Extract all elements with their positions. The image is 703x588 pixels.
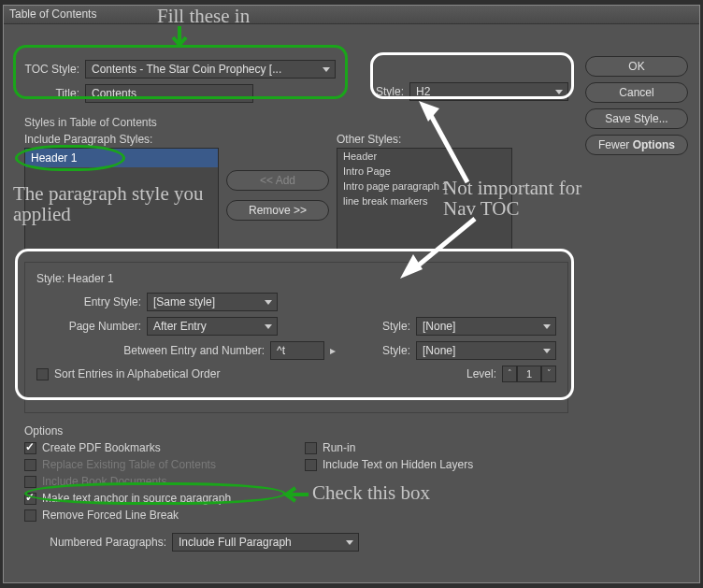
styles-area: Styles in Table of Contents Include Para… <box>24 116 550 251</box>
options-heading: Options <box>24 424 568 437</box>
include-book-label: Include Book Documents <box>42 475 166 488</box>
run-in-label: Run-in <box>323 441 355 454</box>
flyout-icon[interactable]: ▸ <box>330 344 336 357</box>
include-book-checkbox <box>24 476 36 488</box>
level-stepper[interactable]: ˄ 1 ˅ <box>502 366 556 382</box>
window-title: Table of Contents <box>9 7 96 21</box>
list-item[interactable]: Header <box>337 149 511 164</box>
ok-button[interactable]: OK <box>585 56 688 77</box>
toc-dialog: Table of Contents OK Cancel Save Style..… <box>3 5 700 583</box>
entry-style-dropdown[interactable]: [Same style] <box>147 293 278 311</box>
list-item[interactable]: Header 1 <box>25 149 218 167</box>
window-titlebar: Table of Contents <box>4 6 699 24</box>
numbered-para-dropdown[interactable]: Include Full Paragraph <box>172 533 359 552</box>
page-number-dropdown[interactable]: After Entry <box>147 317 278 336</box>
toc-style-section: TOC Style: Contents - The Star Coin Prop… <box>24 60 352 108</box>
sort-checkbox[interactable] <box>36 368 49 380</box>
level-value: 1 <box>517 366 541 382</box>
other-styles-label: Other Styles: <box>337 133 512 146</box>
add-button[interactable]: << Add <box>226 170 329 191</box>
between-input[interactable] <box>270 341 324 360</box>
list-item[interactable]: Intro Page <box>337 164 511 179</box>
between-style-label: Style: <box>377 344 416 357</box>
title-style-row: Style: H2 <box>376 82 568 101</box>
text-anchor-label: Make text anchor in source paragraph <box>42 492 231 505</box>
list-item[interactable]: line break markers <box>337 194 511 208</box>
save-style-button[interactable]: Save Style... <box>585 108 688 129</box>
pdf-bookmarks-label: Create PDF Bookmarks <box>42 441 161 454</box>
level-label: Level: <box>463 367 502 380</box>
text-anchor-checkbox[interactable] <box>24 493 36 505</box>
remove-button[interactable]: Remove >> <box>226 200 329 221</box>
style-config-panel: Style: Header 1 Entry Style: [Same style… <box>24 262 568 413</box>
pn-style-dropdown[interactable]: [None] <box>416 317 556 336</box>
remove-break-label: Remove Forced Line Break <box>42 509 179 522</box>
hidden-layers-label: Include Text on Hidden Layers <box>323 458 473 471</box>
between-label: Between Entry and Number: <box>36 344 270 357</box>
numbered-para-label: Numbered Paragraphs: <box>24 536 172 549</box>
hidden-layers-checkbox[interactable] <box>305 459 317 471</box>
level-up-icon[interactable]: ˄ <box>502 366 517 382</box>
pdf-bookmarks-checkbox[interactable] <box>24 442 36 454</box>
pn-style-label: Style: <box>377 320 416 333</box>
cancel-button[interactable]: Cancel <box>585 82 688 103</box>
dialog-button-column: OK Cancel Save Style... Fewer Options <box>585 56 688 155</box>
fewer-options-button[interactable]: Fewer Options <box>585 135 688 155</box>
styles-group-label: Styles in Table of Contents <box>24 116 550 129</box>
title-style-label: Style: <box>376 85 409 98</box>
level-down-icon[interactable]: ˅ <box>541 366 556 382</box>
replace-existing-checkbox <box>24 459 36 471</box>
include-styles-list[interactable]: Header 1 <box>24 148 219 251</box>
between-style-dropdown[interactable]: [None] <box>416 341 556 360</box>
style-panel-heading: Style: Header 1 <box>36 272 556 285</box>
toc-style-label: TOC Style: <box>24 63 85 76</box>
replace-existing-label: Replace Existing Table of Contents <box>42 458 216 471</box>
run-in-checkbox[interactable] <box>305 442 317 454</box>
sort-label: Sort Entries in Alphabetical Order <box>54 367 220 380</box>
include-styles-label: Include Paragraph Styles: <box>24 133 219 146</box>
title-input[interactable] <box>85 84 253 103</box>
entry-style-label: Entry Style: <box>36 295 147 308</box>
title-style-dropdown[interactable]: H2 <box>409 82 568 101</box>
other-styles-list[interactable]: Header Intro Page Intro page paragraph 1… <box>337 148 512 251</box>
list-transfer-buttons: << Add Remove >> <box>226 133 329 221</box>
options-section: Options Create PDF Bookmarks Replace Exi… <box>24 424 568 555</box>
page-number-label: Page Number: <box>36 320 147 333</box>
list-item[interactable]: Intro page paragraph 1 <box>337 179 511 194</box>
title-label: Title: <box>24 87 85 100</box>
toc-style-dropdown[interactable]: Contents - The Star Coin Prophecy [... <box>85 60 336 79</box>
remove-break-checkbox[interactable] <box>24 509 36 522</box>
